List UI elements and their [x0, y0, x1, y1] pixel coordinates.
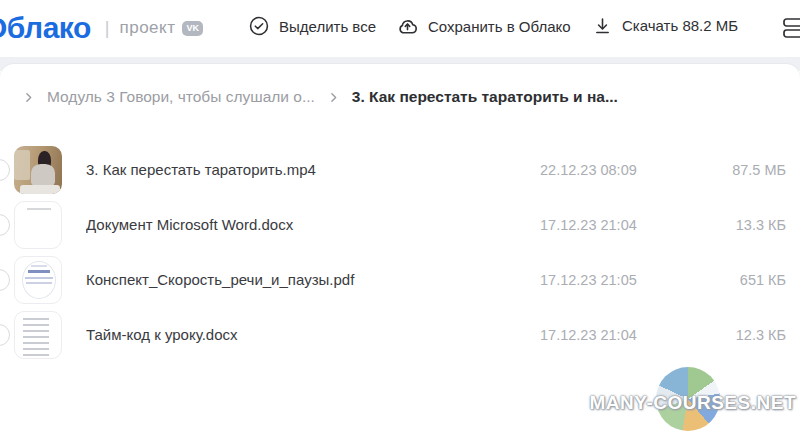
- list-view-icon[interactable]: [783, 16, 800, 44]
- file-size: 13.3 КБ: [668, 217, 786, 233]
- row-checkbox[interactable]: [0, 324, 10, 346]
- brand-area: Облако | проект VK: [0, 9, 203, 47]
- project-label: проект: [120, 18, 176, 38]
- vk-logo-icon: VK: [182, 21, 203, 36]
- file-size: 87.5 МБ: [668, 162, 786, 178]
- cloud-logo[interactable]: Облако: [0, 9, 91, 47]
- file-thumbnail: [14, 201, 62, 249]
- check-circle-icon: [248, 15, 270, 37]
- file-size: 12.3 КБ: [668, 327, 786, 343]
- download-icon: [592, 15, 613, 36]
- content-panel: Модуль 3 Говори, чтобы слушали о... 3. К…: [0, 64, 800, 435]
- file-name[interactable]: Тайм-код к уроку.docx: [86, 326, 540, 343]
- cloud-upload-icon: [396, 15, 419, 38]
- file-date: 17.12.23 21:04: [540, 327, 668, 343]
- chevron-right-icon: [327, 91, 340, 104]
- file-date: 17.12.23 21:04: [540, 217, 668, 233]
- file-name[interactable]: 3. Как перестать тараторить.mp4: [86, 161, 540, 178]
- file-date: 17.12.23 21:05: [540, 272, 668, 288]
- file-row[interactable]: 3. Как перестать тараторить.mp4 22.12.23…: [0, 142, 800, 197]
- save-to-cloud-button[interactable]: Сохранить в Облако: [396, 15, 571, 38]
- file-list: 3. Как перестать тараторить.mp4 22.12.23…: [0, 142, 800, 362]
- file-name[interactable]: Конспект_Скорость_речи_и_паузы.pdf: [86, 271, 540, 288]
- row-checkbox[interactable]: [0, 214, 10, 236]
- download-button[interactable]: Скачать 88.2 МБ: [592, 15, 738, 36]
- file-thumbnail: [14, 256, 62, 304]
- file-thumbnail: [14, 311, 62, 359]
- file-thumbnail: [14, 146, 62, 194]
- file-row[interactable]: Конспект_Скорость_речи_и_паузы.pdf 17.12…: [0, 252, 800, 307]
- download-label: Скачать 88.2 МБ: [622, 17, 738, 34]
- breadcrumb-item-current-folder: 3. Как перестать тараторить и на...: [352, 88, 618, 106]
- select-all-button[interactable]: Выделить все: [248, 15, 376, 37]
- select-all-label: Выделить все: [279, 18, 376, 35]
- file-size: 651 КБ: [668, 272, 786, 288]
- row-checkbox[interactable]: [0, 269, 10, 291]
- file-row[interactable]: Документ Microsoft Word.docx 17.12.23 21…: [0, 197, 800, 252]
- save-to-cloud-label: Сохранить в Облако: [428, 18, 571, 35]
- file-name[interactable]: Документ Microsoft Word.docx: [86, 216, 540, 233]
- breadcrumb-item-parent-folder[interactable]: Модуль 3 Говори, чтобы слушали о...: [47, 88, 315, 106]
- file-row[interactable]: Тайм-код к уроку.docx 17.12.23 21:04 12.…: [0, 307, 800, 362]
- file-date: 22.12.23 08:09: [540, 162, 668, 178]
- brand-divider: |: [105, 18, 110, 39]
- top-toolbar: Облако | проект VK Выделить все Сохранит…: [0, 0, 800, 57]
- row-checkbox[interactable]: [0, 159, 10, 181]
- chevron-right-icon: [22, 91, 35, 104]
- breadcrumb: Модуль 3 Говори, чтобы слушали о... 3. К…: [10, 88, 618, 106]
